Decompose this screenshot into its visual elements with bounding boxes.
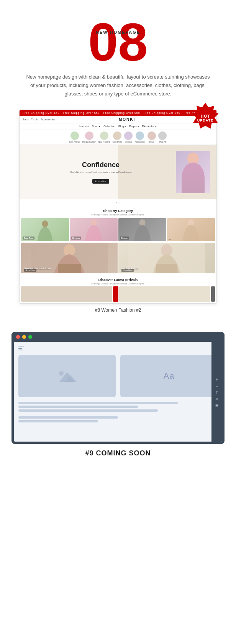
preview-caption-8: #8 Women Fashion #2: [8, 307, 228, 313]
content-lines: [18, 402, 218, 422]
homepage8-number: 08: [88, 15, 148, 69]
content-line-5: [18, 420, 98, 422]
content-line-3: [18, 409, 158, 412]
cat-card-2: Dresses: [70, 218, 118, 241]
svg-rect-9: [58, 264, 81, 273]
wide-category-grid: New Arrivals You'll Love Show Now Modern…: [20, 243, 216, 273]
latest-item-2: [113, 286, 118, 302]
discover-latest-sub: Stunningly Practical. Thoughtfully Creat…: [20, 283, 216, 285]
browser-wrapper: Aa + ↔ T ⊕ ▣: [11, 332, 225, 444]
explore-now-btn[interactable]: Explore Now: [92, 179, 109, 184]
hero-subtitle: Flexibility with yourself and your looks…: [26, 171, 176, 174]
store-topbar: Free Shipping Over $50 · Free Shipping O…: [20, 110, 216, 116]
svg-point-2: [42, 220, 48, 227]
category-grid: Crop Tops Dresses Blouse: [20, 218, 216, 241]
toolbar-target-icon: ⊕: [215, 397, 218, 401]
toolbar-text-icon: T: [216, 391, 218, 395]
cat-card-4: [167, 218, 215, 241]
wide-card-1: New Arrivals You'll Love Show Now: [21, 243, 118, 273]
cat-card-3: Blouse: [118, 218, 166, 241]
cat-item-8: Shop All: [158, 131, 167, 143]
hot-badge-line1: HOT: [201, 114, 210, 118]
toolbar-arrows-icon: ↔: [215, 384, 219, 388]
svg-rect-12: [156, 264, 177, 273]
store-menu: Home ▾ Shop ▾ Collection Blog ▾ Pages ▾ …: [20, 123, 216, 130]
svg-point-0: [187, 153, 199, 165]
section-homepage-8: NEW HOMEPAGE 08 New homepage design with…: [0, 0, 236, 332]
store-categories: New Arrivals Holiday Fashion Now Trendin…: [20, 130, 216, 145]
hero-dots: ● ○: [20, 199, 216, 206]
homepage8-header: NEW HOMEPAGE 08: [88, 15, 148, 69]
toolbar-layout-icon: ▣: [215, 403, 219, 407]
latest-item-3: [119, 286, 210, 302]
discover-latest-title: Discover Latest Arrivals: [20, 276, 216, 283]
store-hero-text: Confidence Flexibility with yourself and…: [26, 161, 176, 184]
new-homepage-label: NEW HOMEPAGE: [96, 30, 140, 34]
right-toolbar: + ↔ T ⊕ ▣: [211, 342, 222, 442]
hot-badge-line2: UPDATE: [197, 118, 213, 122]
store-logo: MONKI: [55, 117, 199, 122]
cat-item-4: Cool Shirts: [113, 131, 122, 143]
coming-soon-title: #9 COMING SOON: [11, 449, 225, 457]
section-coming-soon: Aa + ↔ T ⊕ ▣: [0, 332, 236, 473]
browser-dot-red: [16, 335, 20, 339]
preview-wrapper: HOT UPDATE Free Shipping Over $50 · Free…: [19, 110, 217, 304]
browser-titlebar: [11, 332, 225, 342]
content-line-4: [18, 416, 118, 419]
cat-item-6: Accessories: [135, 131, 145, 143]
browser-body: Aa + ↔ T ⊕ ▣: [14, 342, 222, 442]
sidebar-hamburger-icon: [18, 347, 24, 350]
image-placeholder: [18, 355, 116, 397]
homepage8-description: New homepage design with clean & beautif…: [26, 73, 210, 98]
svg-rect-1: [187, 180, 199, 193]
svg-point-16: [59, 371, 64, 376]
cat-item-1: New Arrivals: [69, 131, 80, 143]
shop-by-category-sub: Stunningly Practical. Thoughtfully Creat…: [20, 214, 216, 216]
browser-content-grid: Aa: [18, 355, 218, 397]
text-placeholder: Aa: [120, 355, 218, 397]
wide-card-2: Modern Styling Show Now: [118, 243, 215, 273]
cat-item-2: Holiday Fashion: [82, 131, 96, 143]
cat-item-7: Deals: [148, 131, 156, 143]
latest-item-4: [211, 286, 215, 302]
latest-strip: [20, 286, 216, 303]
cat-item-3: Now Trending: [98, 131, 110, 143]
cat-item-5: Dresses: [124, 131, 133, 143]
hero-image: [176, 151, 210, 193]
store-hero: Confidence Flexibility with yourself and…: [20, 145, 216, 199]
coming-soon-browser: Aa + ↔ T ⊕ ▣: [11, 332, 225, 444]
toolbar-plus-icon: +: [215, 377, 218, 382]
cat-card-1: Crop Tops: [21, 218, 69, 241]
content-line-1: [18, 402, 178, 404]
browser-dot-green: [28, 335, 32, 339]
latest-item-1: [21, 286, 112, 302]
content-line-2: [18, 406, 138, 408]
store-nav: Bags T-shirt Accessories MONKI 👤 🔍 🛒: [20, 116, 216, 123]
store-preview-window: Free Shipping Over $50 · Free Shipping O…: [19, 110, 217, 304]
store-nav-left: Bags T-shirt Accessories: [23, 118, 55, 121]
browser-dot-yellow: [22, 335, 26, 339]
hero-title: Confidence: [26, 161, 176, 169]
shop-by-category-title: Shop By Category: [20, 206, 216, 214]
